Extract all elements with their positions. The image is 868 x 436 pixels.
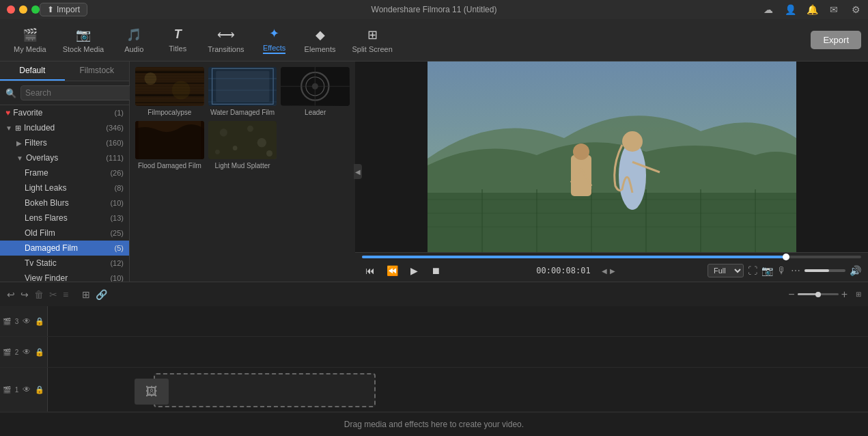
tab-filmstock[interactable]: Filmstock xyxy=(65,62,130,81)
volume-icon[interactable]: 🔊 xyxy=(850,265,861,276)
panel-item-label: Old Film xyxy=(25,228,107,238)
panel-item-light-leaks[interactable]: Light Leaks (8) xyxy=(0,180,129,195)
effect-label-water: Water Damaged Film xyxy=(208,109,277,117)
panel-item-label: Included xyxy=(24,123,103,133)
track-2-body xyxy=(48,337,868,367)
track-3-lock-icon[interactable]: 🔒 xyxy=(35,317,44,326)
svg-rect-1 xyxy=(135,67,204,106)
maximize-button[interactable] xyxy=(31,5,40,14)
toolbar-item-effects[interactable]: ✦ Effects xyxy=(254,22,295,58)
import-button[interactable]: ⬆ Import xyxy=(40,3,87,16)
elements-label: Elements xyxy=(305,45,336,53)
panel-item-count: (1) xyxy=(115,109,124,117)
track-3-eye-icon[interactable]: 👁 xyxy=(23,316,31,326)
panel-item-count: (5) xyxy=(115,244,124,252)
panel-item-label: Filters xyxy=(25,138,103,148)
mail-icon[interactable]: ✉ xyxy=(828,4,839,15)
effect-label-filmpocalypse: Filmpocalypse xyxy=(135,109,204,117)
toolbar-item-titles[interactable]: T Titles xyxy=(157,23,198,57)
preview-image xyxy=(428,62,796,252)
toolbar-item-audio[interactable]: 🎵 Audio xyxy=(113,23,154,57)
split-screen-icon: ⊞ xyxy=(367,27,378,42)
panel-item-filters[interactable]: ▶ Filters (160) xyxy=(0,135,129,150)
toolbar-item-split-screen[interactable]: ⊞ Split Screen xyxy=(345,23,399,57)
close-button[interactable] xyxy=(7,5,15,14)
frame-back-button[interactable]: ⏪ xyxy=(384,262,400,279)
volume-fill xyxy=(804,269,829,272)
volume-slider[interactable] xyxy=(804,269,845,272)
stop-button[interactable]: ⏹ xyxy=(428,262,444,279)
tab-default[interactable]: Default xyxy=(0,62,65,81)
clip-thumbnail: 🖼 xyxy=(135,379,169,405)
track-1-eye-icon[interactable]: 👁 xyxy=(23,385,31,394)
user-icon[interactable]: 👤 xyxy=(785,4,796,15)
panel-item-view-finder[interactable]: View Finder (10) xyxy=(0,271,129,282)
window-title: Wondershare Filmora 11 (Untitled) xyxy=(372,5,497,14)
toolbar-item-my-media[interactable]: 🎬 My Media xyxy=(7,23,53,57)
panel-item-lens-flares[interactable]: Lens Flares (13) xyxy=(0,210,129,226)
redo-icon[interactable]: ↪ xyxy=(20,289,29,300)
prev-arrow[interactable]: ◀ xyxy=(602,267,607,275)
effect-item-flood-damaged[interactable]: Flood Damaged Film xyxy=(135,121,204,171)
svg-point-46 xyxy=(573,144,589,160)
import-label: Import xyxy=(57,5,80,14)
track-2-lock-icon[interactable]: 🔒 xyxy=(35,348,44,357)
minimize-button[interactable] xyxy=(19,5,27,14)
transitions-icon: ⟷ xyxy=(217,27,235,42)
panel-item-count: (111) xyxy=(106,154,124,162)
panel-item-favorite[interactable]: ♥ Favorite (1) xyxy=(0,105,129,120)
bell-icon[interactable]: 🔔 xyxy=(807,4,817,15)
fit-screen-icon[interactable]: ⛶ xyxy=(748,265,757,276)
preview-right-icons: Full 1/2 1/4 Auto ⛶ 📷 🎙 ⋯ 🔊 xyxy=(708,264,861,277)
track-1: 🎬 1 👁 🔒 🖼 xyxy=(0,368,868,412)
more-icon[interactable]: ⋯ xyxy=(791,265,800,276)
drag-text: Drag media and effects here to create yo… xyxy=(344,420,524,429)
effect-item-leader[interactable]: Leader xyxy=(281,67,350,117)
panel-item-tv-static[interactable]: Tv Static (12) xyxy=(0,256,129,271)
cloud-icon[interactable]: ☁ xyxy=(763,4,774,15)
search-input[interactable] xyxy=(20,85,132,100)
audio-label: Audio xyxy=(124,45,143,53)
voice-icon[interactable]: 🎙 xyxy=(777,265,787,276)
play-button[interactable]: ▶ xyxy=(406,262,422,279)
next-arrow[interactable]: ▶ xyxy=(610,267,615,275)
undo-icon[interactable]: ↩ xyxy=(7,289,15,300)
track-3: 🎬 3 👁 🔒 xyxy=(0,306,868,337)
progress-bar[interactable] xyxy=(362,256,861,258)
panel-item-old-film[interactable]: Old Film (25) xyxy=(0,226,129,241)
panel-item-overlays[interactable]: ▼ Overlays (111) xyxy=(0,150,129,165)
timeline: 🎬 3 👁 🔒 🎬 2 👁 🔒 🎬 1 👁 🔒 xyxy=(0,306,868,436)
track-1-lock-icon[interactable]: 🔒 xyxy=(35,385,44,394)
panel-item-bokeh-blurs[interactable]: Bokeh Blurs (10) xyxy=(0,195,129,210)
toolbar-item-stock-media[interactable]: 📷 Stock Media xyxy=(56,23,111,57)
toolbar-item-transitions[interactable]: ⟷ Transitions xyxy=(201,23,251,57)
svg-point-7 xyxy=(172,81,191,99)
zoom-in-button[interactable]: + xyxy=(841,288,848,301)
progress-handle[interactable] xyxy=(783,254,789,260)
effects-grid: Filmpocalypse Water Damag xyxy=(130,62,355,282)
snapshot-icon[interactable]: 📷 xyxy=(761,265,773,276)
panel-item-count: (12) xyxy=(110,259,124,267)
effects-icon: ✦ xyxy=(269,26,279,41)
skip-back-button[interactable]: ⏮ xyxy=(362,262,378,279)
effect-item-water-damaged[interactable]: Water Damaged Film xyxy=(208,67,277,117)
link-icon[interactable]: 🔗 xyxy=(96,289,107,300)
effect-thumb-flood xyxy=(135,121,204,160)
track-1-num: 1 xyxy=(15,386,19,394)
panel-item-damaged-film[interactable]: Damaged Film (5) xyxy=(0,241,129,256)
effect-item-filmpocalypse[interactable]: Filmpocalypse xyxy=(135,67,204,117)
collapse-panel-button[interactable]: ◀ xyxy=(354,164,362,179)
panel-item-frame[interactable]: Frame (26) xyxy=(0,165,129,180)
toolbar-item-elements[interactable]: ◆ Elements xyxy=(298,23,343,57)
track-2-eye-icon[interactable]: 👁 xyxy=(23,347,31,357)
export-button[interactable]: Export xyxy=(811,31,861,49)
zoom-slider[interactable] xyxy=(798,293,839,295)
quality-select[interactable]: Full 1/2 1/4 Auto xyxy=(708,264,744,277)
panel-item-included[interactable]: ▼ ⊞ Included (346) xyxy=(0,120,129,135)
add-track-icon[interactable]: ⊞ xyxy=(82,289,90,300)
zoom-out-button[interactable]: − xyxy=(788,288,794,301)
grid-snap-icon[interactable]: ⊞ xyxy=(856,290,861,298)
effect-item-light-mud[interactable]: Light Mud Splatter xyxy=(208,121,277,171)
settings-icon[interactable]: ⚙ xyxy=(850,4,861,15)
timeline-tracks: 🎬 3 👁 🔒 🎬 2 👁 🔒 🎬 1 👁 🔒 xyxy=(0,306,868,436)
